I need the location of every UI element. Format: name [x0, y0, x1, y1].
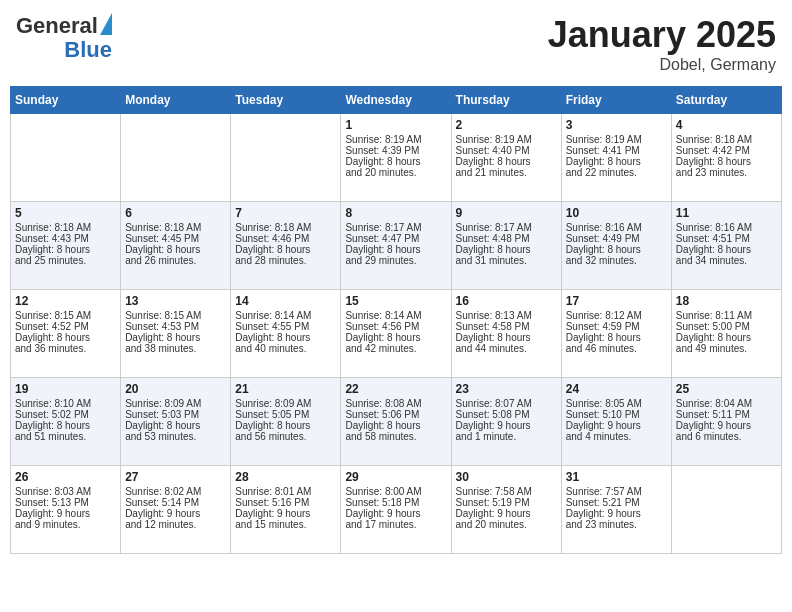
day-info: Sunset: 4:51 PM [676, 233, 777, 244]
day-number: 31 [566, 470, 667, 484]
day-number: 16 [456, 294, 557, 308]
day-info: Sunrise: 8:19 AM [345, 134, 446, 145]
calendar-subtitle: Dobel, Germany [548, 56, 776, 74]
day-info: Sunrise: 8:13 AM [456, 310, 557, 321]
day-info: Daylight: 8 hours [345, 332, 446, 343]
day-info: Sunset: 4:47 PM [345, 233, 446, 244]
day-info: Sunset: 5:02 PM [15, 409, 116, 420]
day-number: 30 [456, 470, 557, 484]
day-info: Daylight: 9 hours [676, 420, 777, 431]
calendar-cell: 17Sunrise: 8:12 AMSunset: 4:59 PMDayligh… [561, 290, 671, 378]
day-number: 4 [676, 118, 777, 132]
day-number: 21 [235, 382, 336, 396]
calendar-cell: 9Sunrise: 8:17 AMSunset: 4:48 PMDaylight… [451, 202, 561, 290]
day-info: Sunrise: 8:03 AM [15, 486, 116, 497]
day-info: Sunrise: 8:18 AM [235, 222, 336, 233]
day-info: Daylight: 8 hours [566, 332, 667, 343]
day-info: and 58 minutes. [345, 431, 446, 442]
day-info: Daylight: 8 hours [235, 420, 336, 431]
day-info: Daylight: 8 hours [125, 420, 226, 431]
calendar-cell: 31Sunrise: 7:57 AMSunset: 5:21 PMDayligh… [561, 466, 671, 554]
day-info: Daylight: 8 hours [456, 156, 557, 167]
calendar-cell: 27Sunrise: 8:02 AMSunset: 5:14 PMDayligh… [121, 466, 231, 554]
day-info: Daylight: 8 hours [125, 244, 226, 255]
day-number: 17 [566, 294, 667, 308]
day-number: 29 [345, 470, 446, 484]
day-number: 28 [235, 470, 336, 484]
day-info: Sunset: 5:13 PM [15, 497, 116, 508]
day-info: Daylight: 8 hours [345, 420, 446, 431]
day-info: and 12 minutes. [125, 519, 226, 530]
calendar-title: January 2025 [548, 14, 776, 56]
day-info: Sunset: 4:46 PM [235, 233, 336, 244]
day-info: and 1 minute. [456, 431, 557, 442]
day-info: Sunrise: 8:07 AM [456, 398, 557, 409]
day-info: Sunset: 4:43 PM [15, 233, 116, 244]
day-info: Daylight: 8 hours [125, 332, 226, 343]
day-info: and 46 minutes. [566, 343, 667, 354]
col-header-thursday: Thursday [451, 87, 561, 114]
day-info: Sunset: 5:00 PM [676, 321, 777, 332]
day-info: Sunrise: 8:14 AM [345, 310, 446, 321]
day-info: and 4 minutes. [566, 431, 667, 442]
day-info: Sunset: 4:59 PM [566, 321, 667, 332]
day-info: Sunrise: 7:57 AM [566, 486, 667, 497]
day-info: Sunset: 5:19 PM [456, 497, 557, 508]
day-info: Sunrise: 8:11 AM [676, 310, 777, 321]
day-number: 23 [456, 382, 557, 396]
calendar-cell: 13Sunrise: 8:15 AMSunset: 4:53 PMDayligh… [121, 290, 231, 378]
day-info: Daylight: 9 hours [456, 420, 557, 431]
day-info: Daylight: 8 hours [15, 420, 116, 431]
day-info: Sunrise: 8:09 AM [125, 398, 226, 409]
day-info: Sunrise: 8:19 AM [456, 134, 557, 145]
day-info: and 22 minutes. [566, 167, 667, 178]
day-number: 27 [125, 470, 226, 484]
calendar-cell: 16Sunrise: 8:13 AMSunset: 4:58 PMDayligh… [451, 290, 561, 378]
page-header: General Blue January 2025 Dobel, Germany [10, 10, 782, 78]
day-info: Daylight: 9 hours [566, 420, 667, 431]
day-info: Sunset: 4:49 PM [566, 233, 667, 244]
day-info: Sunrise: 8:10 AM [15, 398, 116, 409]
day-info: Daylight: 8 hours [676, 244, 777, 255]
day-info: Sunset: 4:53 PM [125, 321, 226, 332]
day-info: Sunset: 4:40 PM [456, 145, 557, 156]
day-info: Daylight: 8 hours [345, 156, 446, 167]
day-info: Sunrise: 8:08 AM [345, 398, 446, 409]
day-info: Daylight: 8 hours [676, 332, 777, 343]
calendar-cell: 3Sunrise: 8:19 AMSunset: 4:41 PMDaylight… [561, 114, 671, 202]
day-info: Sunrise: 8:14 AM [235, 310, 336, 321]
logo-blue: Blue [64, 38, 112, 62]
day-info: and 53 minutes. [125, 431, 226, 442]
calendar-cell: 4Sunrise: 8:18 AMSunset: 4:42 PMDaylight… [671, 114, 781, 202]
day-number: 20 [125, 382, 226, 396]
day-info: Sunset: 5:03 PM [125, 409, 226, 420]
day-info: Sunrise: 8:15 AM [15, 310, 116, 321]
day-info: Sunset: 5:16 PM [235, 497, 336, 508]
day-info: and 6 minutes. [676, 431, 777, 442]
calendar-cell: 28Sunrise: 8:01 AMSunset: 5:16 PMDayligh… [231, 466, 341, 554]
day-info: Sunrise: 8:16 AM [676, 222, 777, 233]
calendar-cell: 1Sunrise: 8:19 AMSunset: 4:39 PMDaylight… [341, 114, 451, 202]
day-number: 22 [345, 382, 446, 396]
day-info: Sunset: 4:48 PM [456, 233, 557, 244]
day-info: and 15 minutes. [235, 519, 336, 530]
calendar-week-row: 19Sunrise: 8:10 AMSunset: 5:02 PMDayligh… [11, 378, 782, 466]
day-info: Sunset: 4:42 PM [676, 145, 777, 156]
day-info: Sunrise: 8:18 AM [125, 222, 226, 233]
logo-triangle-icon [100, 13, 112, 35]
logo: General Blue [16, 14, 112, 62]
day-info: and 26 minutes. [125, 255, 226, 266]
day-number: 8 [345, 206, 446, 220]
day-info: Daylight: 8 hours [566, 156, 667, 167]
col-header-friday: Friday [561, 87, 671, 114]
day-info: and 56 minutes. [235, 431, 336, 442]
day-info: Sunset: 4:58 PM [456, 321, 557, 332]
day-info: Sunset: 4:41 PM [566, 145, 667, 156]
day-number: 3 [566, 118, 667, 132]
day-info: Daylight: 9 hours [456, 508, 557, 519]
day-number: 24 [566, 382, 667, 396]
day-number: 5 [15, 206, 116, 220]
col-header-wednesday: Wednesday [341, 87, 451, 114]
calendar-cell: 25Sunrise: 8:04 AMSunset: 5:11 PMDayligh… [671, 378, 781, 466]
logo-general: General [16, 14, 98, 38]
